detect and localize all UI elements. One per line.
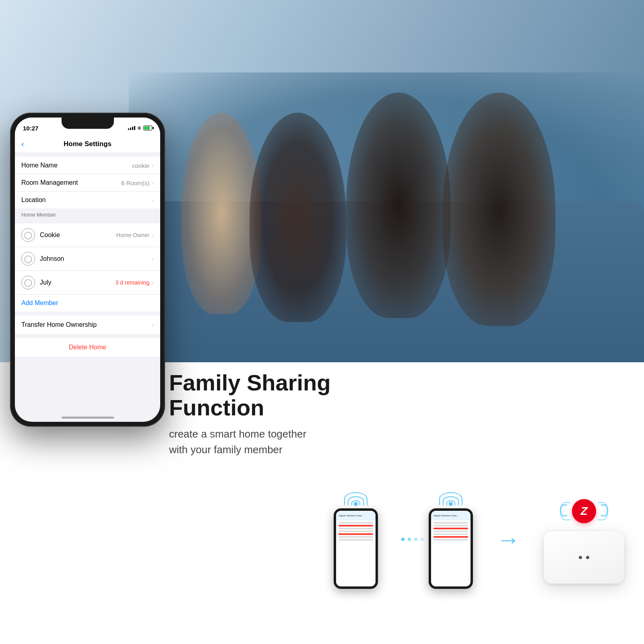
signal-icon <box>128 126 135 130</box>
home-indicator <box>62 417 114 419</box>
delete-home-section: Delete Home <box>15 338 160 357</box>
user-icon-johnson: ◯ <box>24 254 32 263</box>
phone1-container: Zigbee Wireless Gate... <box>334 490 378 589</box>
member-left-johnson: ◯ Johnson <box>21 252 64 266</box>
user-icon-july: ◯ <box>24 278 32 287</box>
mini-phone1-header-text: Zigbee Wireless Gate... <box>339 514 364 517</box>
zigbee-z-letter: Z <box>580 505 587 518</box>
member-left-cookie: ◯ Cookie <box>21 228 60 242</box>
gateway-dot-2 <box>586 556 589 559</box>
member-role-johnson-container: › <box>152 256 154 262</box>
location-chevron: › <box>152 197 154 203</box>
dotted-connector <box>401 538 424 541</box>
mini-screen-content-1 <box>336 520 376 543</box>
home-name-value-container: cookie › <box>132 162 154 169</box>
member-pending-july-container: 3 d remaining › <box>116 279 154 286</box>
home-member-section-label: Home Member <box>15 208 160 219</box>
member-role-cookie: Home Owner <box>116 232 149 238</box>
mini-screen-header-2: Zigbee Wireless Gate... <box>431 511 471 520</box>
mini-phone-1: Zigbee Wireless Gate... <box>334 508 378 589</box>
chevron-icon-2: › <box>152 180 154 186</box>
wifi-arc3-1 <box>344 492 367 505</box>
nav-title: Home Settings <box>64 140 111 148</box>
room-management-row[interactable]: Room Management 6 Room(s) › <box>15 174 160 192</box>
home-name-label: Home Name <box>21 162 58 169</box>
home-name-section: Home Name cookie › Room Management 6 Roo… <box>15 157 160 208</box>
mini-phone-screen-2: Zigbee Wireless Gate... <box>431 511 471 586</box>
home-name-row[interactable]: Home Name cookie › <box>15 157 160 174</box>
zigbee-brand-circle: Z <box>572 499 596 523</box>
gateway-dot-1 <box>579 556 582 559</box>
chevron-johnson: › <box>152 256 154 262</box>
status-time: 10:27 <box>23 125 38 132</box>
transfer-section: Transfer Home Ownership › <box>15 316 160 334</box>
location-row[interactable]: Location › <box>15 192 160 208</box>
zigbee-waves-right <box>601 504 608 518</box>
wifi-signal-2 <box>439 490 463 506</box>
gateway-device <box>544 531 624 584</box>
chevron-cookie: › <box>152 232 154 238</box>
location-label: Location <box>21 196 46 204</box>
back-button[interactable]: ‹ <box>21 139 24 149</box>
transfer-ownership-label: Transfer Home Ownership <box>21 321 97 328</box>
user-icon-cookie: ◯ <box>24 231 32 239</box>
mini-phone2-header-text: Zigbee Wireless Gate... <box>433 514 459 517</box>
add-member-label[interactable]: Add Member <box>21 299 58 306</box>
avatar-cookie: ◯ <box>21 228 35 242</box>
member-role-cookie-container: Home Owner › <box>116 232 154 238</box>
mini-screen-content-2 <box>431 520 471 543</box>
wifi-arc3-2 <box>439 492 462 505</box>
member-name-cookie: Cookie <box>40 231 60 239</box>
zigbee-waves-left <box>560 504 567 518</box>
gateway-container: Z <box>544 495 624 584</box>
battery-fill <box>144 126 150 130</box>
home-name-value: cookie <box>132 162 149 169</box>
chevron-icon-3: › <box>152 197 154 203</box>
subtitle-line1: create a smart home together <box>169 428 306 440</box>
chevron-icon: › <box>152 162 154 169</box>
chevron-july: › <box>152 279 154 286</box>
subtitle-line2: with your family member <box>169 444 283 456</box>
phone2-container: Zigbee Wireless Gate... <box>429 490 473 589</box>
room-management-value: 6 Room(s) <box>121 180 149 186</box>
settings-content: Home Name cookie › Room Management 6 Roo… <box>15 153 160 357</box>
mini-phone-2: Zigbee Wireless Gate... <box>429 508 473 589</box>
wifi-icon: ⊗ <box>137 125 141 131</box>
avatar-johnson: ◯ <box>21 252 35 266</box>
family-sharing-title: Family Sharing Function <box>169 370 402 420</box>
gateway-indicator-dots <box>579 556 589 559</box>
transfer-ownership-row[interactable]: Transfer Home Ownership › <box>15 316 160 334</box>
nav-bar: ‹ Home Settings <box>15 135 160 153</box>
member-row-johnson[interactable]: ◯ Johnson › <box>15 247 160 271</box>
member-name-july: July <box>40 279 51 286</box>
chevron-transfer: › <box>152 322 154 328</box>
member-name-johnson: Johnson <box>40 255 64 262</box>
add-member-row[interactable]: Add Member <box>15 295 160 312</box>
transfer-arrow: → <box>496 526 520 553</box>
phone-notch <box>62 118 114 129</box>
room-management-label: Room Management <box>21 179 78 186</box>
phone-mockup: 10:27 ⊗ ‹ Home Settings <box>10 113 165 588</box>
member-pending-july: 3 d remaining <box>116 279 150 286</box>
mini-screen-header-1: Zigbee Wireless Gate... <box>336 511 376 520</box>
delete-home-button[interactable]: Delete Home <box>69 344 106 351</box>
members-section: ◯ Cookie Home Owner › ◯ <box>15 223 160 312</box>
phone-screen: 10:27 ⊗ ‹ Home Settings <box>15 118 160 422</box>
mini-phone-screen-1: Zigbee Wireless Gate... <box>336 511 376 586</box>
room-management-value-container: 6 Room(s) › <box>121 180 154 186</box>
member-row-cookie[interactable]: ◯ Cookie Home Owner › <box>15 223 160 247</box>
member-left-july: ◯ July <box>21 276 51 289</box>
status-icons: ⊗ <box>128 125 152 131</box>
battery-icon <box>143 126 152 130</box>
wifi-signal-1 <box>344 490 368 506</box>
device-illustration-area: Zigbee Wireless Gate... <box>322 443 636 636</box>
right-panel: Family Sharing Function create a smart h… <box>161 0 644 644</box>
zigbee-logo-area: Z <box>560 495 608 527</box>
phone-outer-shell: 10:27 ⊗ ‹ Home Settings <box>10 113 165 427</box>
avatar-july: ◯ <box>21 276 35 289</box>
phones-connector: Zigbee Wireless Gate... <box>401 490 473 589</box>
member-row-july[interactable]: ◯ July 3 d remaining › <box>15 271 160 295</box>
